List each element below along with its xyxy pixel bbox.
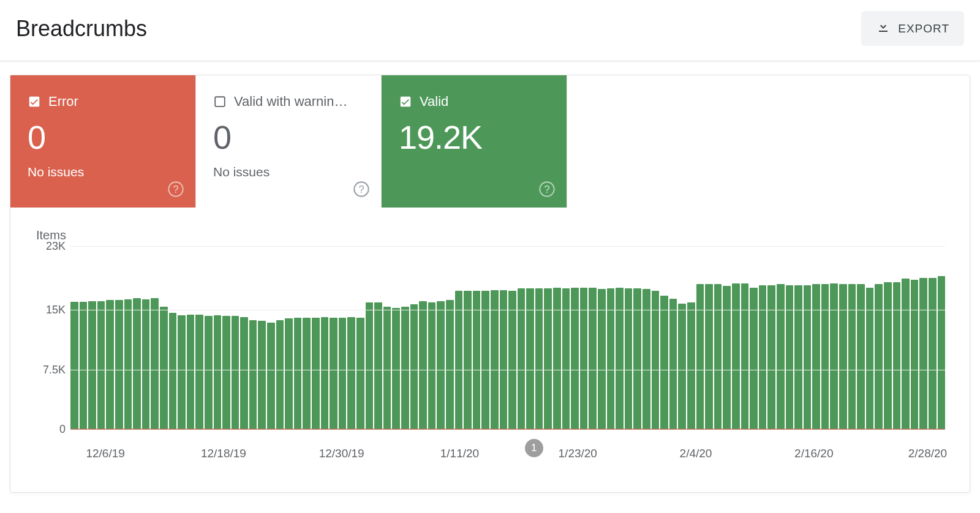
chart-bar [133,298,141,430]
chart-ytick: 0 [31,423,66,436]
status-tile-label: Valid [420,94,448,110]
status-tile-value: 19.2K [399,118,549,156]
chart-bar [392,308,400,429]
chart-xtick: 12/30/19 [319,447,364,460]
chart-gridline [70,246,945,247]
checkbox-unchecked-icon [213,95,227,108]
chart-xaxis: 12/6/1912/18/1912/30/191/11/201/23/202/4… [70,447,945,476]
svg-rect-3 [215,97,225,107]
chart-gridline [70,310,945,310]
svg-text:?: ? [544,184,549,195]
export-button-label: EXPORT [898,22,949,36]
chart-bar [777,284,785,429]
chart-bar [919,278,927,429]
chart-bar [669,299,677,429]
download-icon [876,20,891,37]
chart-bar [473,291,481,429]
chart-bar [178,315,186,429]
chart-bar [142,299,150,429]
chart-bar [169,313,177,429]
svg-text:?: ? [173,184,178,195]
chart-bar [714,284,722,429]
chart-bar [419,301,427,429]
chart-bar [249,320,257,429]
chart-bar [97,301,105,429]
checkbox-checked-icon [28,95,41,108]
status-tile-label: Valid with warnin… [234,94,347,110]
chart-bar [258,321,266,429]
chart-bar [455,291,463,429]
chart-bar [875,284,883,429]
chart-bar [750,288,758,429]
chart-bar [222,316,230,429]
status-tile-label: Error [48,94,78,110]
chart-gridline [70,370,945,370]
chart-bar [902,279,910,429]
chart-bar [866,288,874,429]
chart-bar [723,286,731,429]
chart-bars [70,246,945,429]
chart-bar [88,301,96,429]
chart-bar [330,318,337,429]
chart-bar [383,307,391,429]
help-icon[interactable]: ? [353,181,370,198]
chart-bar [687,302,695,429]
status-tile-error[interactable]: Error 0 No issues ? [10,75,196,208]
chart-plot: 1 07.5K15K23K [70,246,945,430]
chart-bar [195,315,203,429]
chart-bar [464,291,472,429]
status-tile-value: 0 [28,118,178,156]
chart-bar [303,318,311,429]
status-tile-valid[interactable]: Valid 19.2K ? [382,75,567,208]
chart-bar [929,278,937,429]
export-button[interactable]: EXPORT [861,11,964,46]
chart-bar [151,298,159,430]
chart-bar [276,320,284,429]
chart-bar [232,316,239,429]
help-icon[interactable]: ? [167,181,184,198]
status-tile-warning[interactable]: Valid with warnin… 0 No issues ? [196,75,382,208]
chart-bar [696,284,704,429]
status-tile-subtext: No issues [28,165,178,179]
chart-bar [339,318,347,429]
chart-bar [508,291,516,429]
chart-bar [741,283,749,429]
chart-bar [240,317,248,429]
chart-xtick: 12/18/19 [201,447,246,460]
status-tile-value: 0 [213,118,364,156]
chart-xtick: 12/6/19 [86,447,124,460]
chart-bar [678,304,686,429]
chart-ytick: 23K [31,240,66,253]
chart-bar [705,284,713,429]
checkbox-checked-icon [399,95,412,108]
chart-bar [839,284,847,429]
chart-bar [312,318,320,429]
status-card: Error 0 No issues ? Valid with warnin… 0… [10,75,970,493]
chart-bar [848,284,856,429]
chart-xtick: 2/4/20 [680,447,712,460]
chart-bar [589,288,597,429]
chart-bar [205,316,213,429]
chart-bar [401,307,409,429]
chart-bar [616,288,624,429]
chart-bar [812,284,820,429]
chart-ylabel: Items [36,228,951,242]
help-icon[interactable]: ? [538,181,556,198]
chart-bar [767,285,775,429]
chart-bar [446,300,454,429]
chart-bar [410,304,418,429]
chart-bar [374,302,382,429]
chart-bar [187,315,195,429]
chart-bar [347,317,355,429]
status-row: Error 0 No issues ? Valid with warnin… 0… [10,75,970,208]
chart-bar [124,299,132,429]
chart-bar [821,284,829,429]
chart-bar [911,280,919,429]
chart-bar [106,300,114,429]
chart-ytick: 7.5K [31,363,66,376]
chart-bar [580,288,588,429]
page-header: Breadcrumbs EXPORT [0,0,980,61]
chart-bar [428,302,436,429]
chart-xtick: 2/16/20 [794,447,833,460]
chart-bar [857,284,865,429]
